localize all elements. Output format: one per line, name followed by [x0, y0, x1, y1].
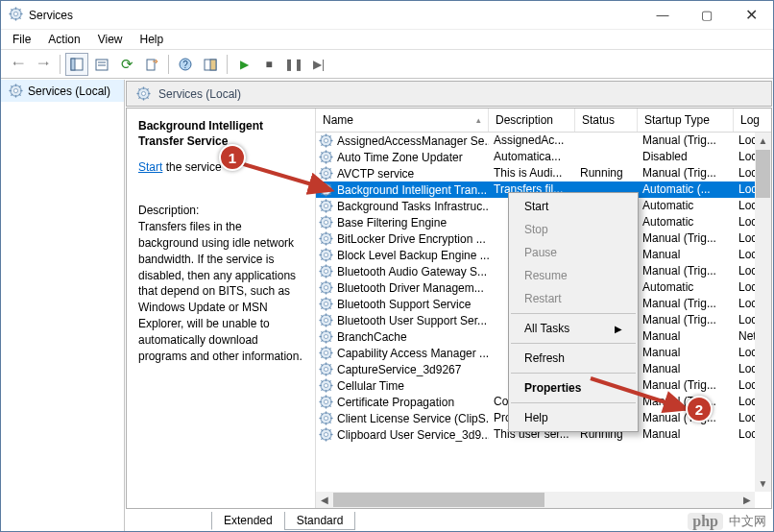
- col-name[interactable]: Name▴: [316, 109, 489, 132]
- ctx-all-tasks[interactable]: All Tasks▶: [511, 317, 636, 340]
- horizontal-scrollbar[interactable]: ◀▶: [316, 492, 755, 508]
- help-button[interactable]: ?: [174, 53, 197, 76]
- description-block: Description: Transfers files in the back…: [138, 203, 303, 364]
- ctx-resume[interactable]: Resume: [511, 264, 636, 287]
- ctx-pause[interactable]: Pause: [511, 241, 636, 264]
- col-status[interactable]: Status: [575, 109, 638, 132]
- menu-action[interactable]: Action: [40, 31, 87, 48]
- svg-text:?: ?: [182, 60, 188, 70]
- menu-view[interactable]: View: [90, 31, 131, 48]
- content-area: Background Intelligent Transfer Service …: [126, 108, 772, 509]
- toolbar: ⭠ ⭢ ⟳ ? ▶ ■ ❚❚ ▶|: [1, 50, 773, 79]
- col-description[interactable]: Description: [489, 109, 575, 132]
- window-title: Services: [29, 9, 641, 22]
- properties-button[interactable]: [90, 53, 113, 76]
- refresh-button[interactable]: ⟳: [115, 53, 138, 76]
- svg-line-21: [591, 378, 687, 409]
- body: Services (Local) Services (Local) Backgr…: [1, 79, 773, 531]
- annotation-badge-2: 2: [686, 396, 713, 423]
- list-header: Name▴ Description Status Startup Type Lo…: [316, 109, 771, 133]
- watermark-text: 中文网: [729, 513, 766, 530]
- show-hide-tree-button[interactable]: [65, 53, 88, 76]
- description-label: Description:: [138, 203, 303, 219]
- close-button[interactable]: ✕: [729, 1, 773, 29]
- table-row[interactable]: Auto Time Zone UpdaterAutomatica...Disab…: [316, 149, 771, 165]
- col-startup[interactable]: Startup Type: [638, 109, 734, 132]
- services-window: Services — ▢ ✕ File Action View Help ⭠ ⭢…: [0, 0, 774, 532]
- restart-service-button[interactable]: ▶|: [307, 53, 330, 76]
- watermark: php 中文网: [688, 513, 766, 530]
- tab-standard[interactable]: Standard: [284, 512, 356, 530]
- annotation-arrow-2: [581, 373, 696, 421]
- app-icon: [9, 7, 23, 24]
- tree-item-services-local[interactable]: Services (Local): [1, 80, 124, 102]
- start-service-link[interactable]: Start: [138, 160, 162, 174]
- table-row[interactable]: AVCTP serviceThis is Audi...RunningManua…: [316, 165, 771, 181]
- maximize-button[interactable]: ▢: [685, 1, 729, 29]
- export-button[interactable]: [140, 53, 163, 76]
- ctx-refresh[interactable]: Refresh: [511, 347, 636, 370]
- back-button[interactable]: ⭠: [7, 53, 30, 76]
- ctx-stop[interactable]: Stop: [511, 218, 636, 241]
- menu-help[interactable]: Help: [133, 31, 172, 48]
- vertical-scrollbar[interactable]: ▲▼: [755, 133, 771, 492]
- view-tabs: Extended Standard: [125, 510, 773, 531]
- tree-item-label: Services (Local): [28, 85, 110, 98]
- minimize-button[interactable]: —: [641, 1, 685, 29]
- stop-service-button[interactable]: ■: [257, 53, 280, 76]
- annotation-badge-1: 1: [219, 144, 246, 171]
- menu-bar: File Action View Help: [1, 30, 773, 50]
- pause-service-button[interactable]: ❚❚: [282, 53, 305, 76]
- menu-file[interactable]: File: [5, 31, 38, 48]
- left-tree-pane: Services (Local): [1, 80, 125, 531]
- col-logon[interactable]: Log: [734, 109, 771, 132]
- action-view-button[interactable]: [199, 53, 222, 76]
- svg-rect-19: [210, 60, 216, 70]
- pane-header-title: Services (Local): [158, 87, 241, 101]
- ctx-restart[interactable]: Restart: [511, 287, 636, 310]
- svg-rect-11: [71, 59, 75, 70]
- annotation-arrow-1: [230, 152, 346, 200]
- title-bar: Services — ▢ ✕: [1, 1, 773, 30]
- selected-service-name: Background Intelligent Transfer Service: [138, 118, 303, 149]
- table-row[interactable]: AssignedAccessManager Se...AssignedAc...…: [316, 133, 771, 149]
- tab-extended[interactable]: Extended: [211, 512, 285, 530]
- chevron-right-icon: ▶: [615, 324, 622, 334]
- start-service-button[interactable]: ▶: [232, 53, 255, 76]
- forward-button[interactable]: ⭢: [32, 53, 55, 76]
- ctx-start[interactable]: Start: [511, 195, 636, 218]
- description-text: Transfers files in the background using …: [138, 219, 303, 364]
- pane-header: Services (Local): [126, 81, 772, 107]
- watermark-logo: php: [688, 513, 723, 530]
- svg-line-20: [240, 163, 331, 190]
